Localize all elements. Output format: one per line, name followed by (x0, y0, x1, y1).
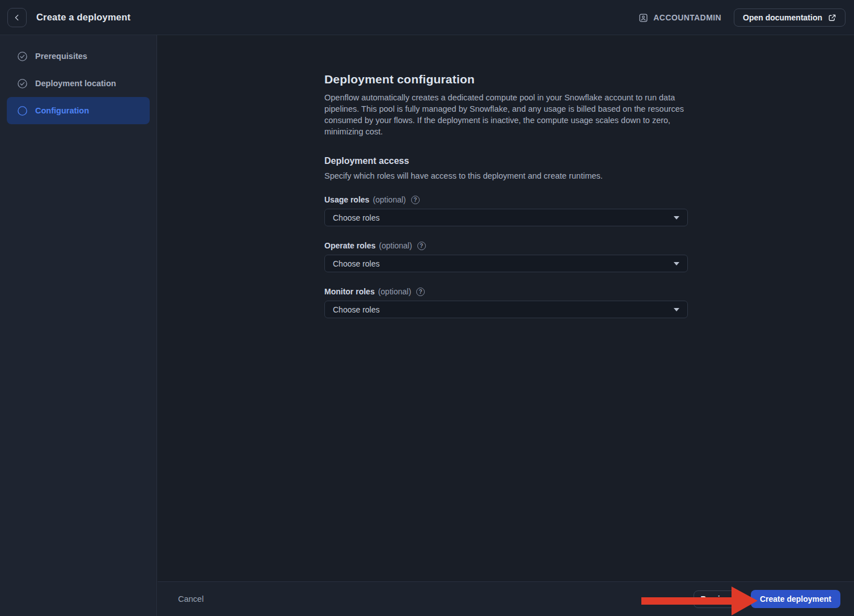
select-placeholder: Choose roles (333, 305, 380, 314)
check-circle-icon (17, 51, 28, 62)
page-title: Create a deployment (36, 12, 130, 23)
open-documentation-button[interactable]: Open documentation (734, 9, 845, 27)
sidebar-step-deployment-location[interactable]: Deployment location (7, 70, 150, 97)
optional-tag: (optional) (379, 241, 412, 250)
back-button[interactable] (7, 8, 27, 27)
wizard-footer: Cancel Previous Create deployment (158, 581, 854, 616)
select-placeholder: Choose roles (333, 213, 380, 222)
cancel-button[interactable]: Cancel (178, 594, 204, 604)
optional-tag: (optional) (378, 287, 411, 296)
help-icon[interactable] (417, 242, 426, 250)
usage-roles-field: Usage roles (optional) Choose roles (324, 195, 688, 226)
chevron-down-icon (674, 262, 679, 265)
usage-roles-select[interactable]: Choose roles (324, 209, 688, 226)
sidebar-step-prerequisites[interactable]: Prerequisites (7, 43, 150, 70)
check-circle-icon (17, 78, 28, 89)
main-panel: Deployment configuration Openflow automa… (158, 35, 854, 581)
select-placeholder: Choose roles (333, 259, 380, 268)
account-role-indicator[interactable]: ACCOUNTADMIN (639, 13, 721, 23)
wizard-steps-sidebar: Prerequisites Deployment location Config… (0, 35, 157, 616)
usage-roles-label: Usage roles (324, 195, 369, 204)
create-deployment-button[interactable]: Create deployment (751, 590, 840, 608)
external-link-icon (828, 14, 836, 22)
sidebar-step-label: Prerequisites (35, 52, 87, 61)
operate-roles-field: Operate roles (optional) Choose roles (324, 241, 688, 272)
account-role-label: ACCOUNTADMIN (653, 13, 721, 22)
monitor-roles-field: Monitor roles (optional) Choose roles (324, 287, 688, 318)
operate-roles-label: Operate roles (324, 241, 375, 250)
help-icon[interactable] (416, 288, 425, 296)
optional-tag: (optional) (373, 195, 405, 204)
chevron-down-icon (674, 308, 679, 311)
circle-icon (17, 106, 28, 116)
chevron-left-icon (13, 14, 21, 22)
user-badge-icon (639, 13, 648, 23)
section-title: Deployment configuration (324, 73, 688, 86)
chevron-down-icon (674, 216, 679, 220)
open-documentation-label: Open documentation (743, 13, 822, 22)
deployment-access-description: Specify which roles will have access to … (324, 171, 688, 180)
top-header: Create a deployment ACCOUNTADMIN Open do… (0, 0, 854, 35)
create-deployment-window: Create a deployment ACCOUNTADMIN Open do… (0, 0, 854, 616)
operate-roles-select[interactable]: Choose roles (324, 255, 688, 272)
monitor-roles-label: Monitor roles (324, 287, 375, 296)
monitor-roles-select[interactable]: Choose roles (324, 301, 688, 318)
sidebar-step-configuration[interactable]: Configuration (7, 97, 150, 124)
section-description: Openflow automatically creates a dedicat… (324, 92, 688, 137)
previous-button[interactable]: Previous (694, 590, 741, 608)
help-icon[interactable] (411, 196, 420, 204)
deployment-access-title: Deployment access (324, 156, 688, 166)
sidebar-step-label: Configuration (35, 106, 89, 115)
sidebar-step-label: Deployment location (35, 79, 116, 88)
